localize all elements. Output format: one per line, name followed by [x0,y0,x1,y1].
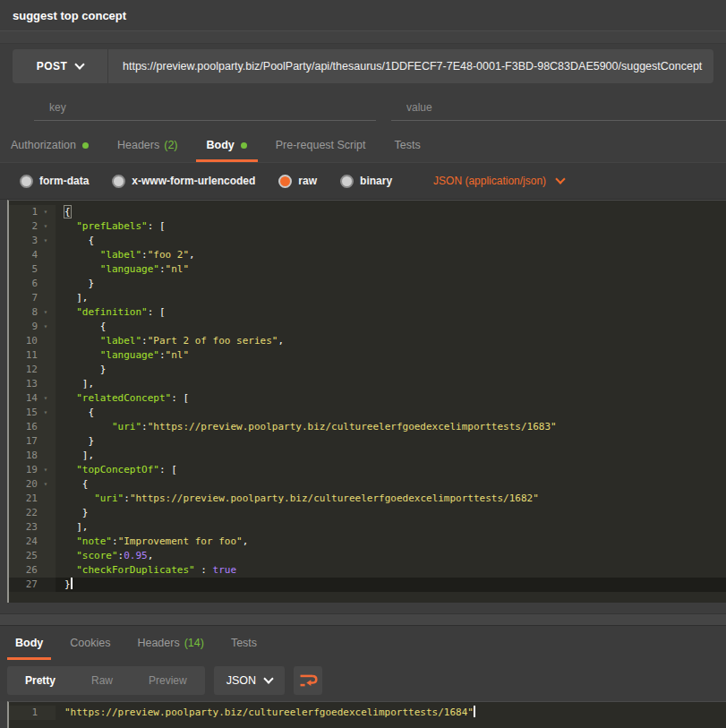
param-key-input[interactable] [34,96,376,121]
fold-toggle-icon[interactable]: ▾ [38,391,54,406]
body-mode-x-www-form-urlencoded[interactable]: x-www-form-urlencoded [112,175,255,188]
code-text[interactable]: "uri":"https://preview.poolparty.biz/cul… [56,420,726,434]
view-mode-raw-button[interactable]: Raw [73,666,131,695]
code-line[interactable]: 6 } [9,277,726,291]
code-line[interactable]: 12 } [9,363,726,377]
radio-icon[interactable] [20,175,33,188]
tab-headers[interactable]: Headers(2) [117,128,178,162]
code-line[interactable]: 9▾ { [9,320,726,334]
code-line[interactable]: 23 ], [9,520,726,535]
code-text[interactable]: "prefLabels": [ [56,219,726,234]
fold-toggle-icon[interactable]: ▾ [38,406,54,420]
fold-spacer [38,434,54,449]
code-line[interactable]: 16 "uri":"https://preview.poolparty.biz/… [9,420,726,434]
code-text[interactable]: "language":"nl" [56,348,726,363]
code-line[interactable]: 22 } [9,506,726,520]
view-mode-pretty-button[interactable]: Pretty [7,666,73,695]
code-line[interactable]: 13 ], [9,377,726,391]
view-mode-preview-button[interactable]: Preview [131,666,205,695]
code-text[interactable]: ], [56,377,726,391]
code-text[interactable]: } [56,506,726,520]
code-text[interactable]: } [56,277,726,291]
code-text[interactable]: ], [56,449,726,463]
code-text[interactable]: "relatedConcept": [ [56,391,726,406]
code-text[interactable]: "definition": [ [56,305,726,320]
fold-toggle-icon[interactable]: ▾ [38,205,54,219]
code-text[interactable]: { [56,205,726,219]
radio-icon[interactable] [340,175,354,188]
method-selector[interactable]: POST [13,49,108,83]
resize-handle[interactable] [0,613,726,626]
code-line[interactable]: 4 "label":"foo 2", [9,248,726,262]
code-line[interactable]: 17 } [9,434,726,449]
body-mode-form-data[interactable]: form-data [20,175,89,188]
code-text[interactable]: "score":0.95, [56,549,726,563]
fold-toggle-icon[interactable]: ▾ [38,234,54,248]
response-tab-cookies[interactable]: Cookies [70,626,110,660]
code-line[interactable]: 18 ], [9,449,726,463]
code-line[interactable]: 24 "note":"Improvement for foo", [9,535,726,549]
code-text[interactable]: "topConceptOf": [ [56,463,726,477]
code-text[interactable]: "https://preview.poolparty.biz/cultureel… [56,706,726,720]
code-line[interactable]: 20▾ { [9,477,726,492]
radio-selected-icon[interactable] [278,175,292,188]
code-line[interactable]: 25 "score":0.95, [9,549,726,563]
tab-tests[interactable]: Tests [394,128,420,162]
response-body-editor[interactable]: 1"https://preview.poolparty.biz/culturee… [7,701,726,728]
code-text[interactable]: { [56,477,726,492]
tab-body[interactable]: Body [207,128,247,162]
code-line[interactable]: 3▾ { [9,234,726,248]
code-text[interactable]: { [56,406,726,420]
code-line[interactable]: 14▾ "relatedConcept": [ [9,391,726,406]
fold-toggle-icon[interactable]: ▾ [38,320,54,334]
code-line[interactable]: 7 ], [9,291,726,305]
code-line[interactable]: 8▾ "definition": [ [9,305,726,320]
code-text[interactable]: "uri":"https://preview.poolparty.biz/cul… [56,492,726,506]
code-text[interactable]: } [56,434,726,449]
code-line[interactable]: 21 "uri":"https://preview.poolparty.biz/… [9,492,726,506]
code-text[interactable]: "label":"foo 2", [56,248,726,262]
wrap-text-button[interactable] [294,666,322,695]
fold-toggle-icon[interactable]: ▾ [38,305,54,320]
response-tab-tests[interactable]: Tests [231,626,257,660]
section-divider [0,603,726,626]
code-line[interactable]: 19▾ "topConceptOf": [ [9,463,726,477]
request-body-editor[interactable]: 1▾{2▾ "prefLabels": [3▾ {4 "label":"foo … [7,200,726,603]
code-line[interactable]: 5 "language":"nl" [9,262,726,277]
url-input[interactable] [108,49,713,83]
code-text[interactable]: } [56,363,726,377]
code-text[interactable]: { [56,234,726,248]
radio-icon[interactable] [112,175,125,188]
code-line[interactable]: 1▾{ [9,205,726,219]
code-text[interactable]: ], [56,520,726,535]
response-tab-headers[interactable]: Headers(14) [137,626,203,660]
param-value-input[interactable] [391,96,726,121]
fold-toggle-icon[interactable]: ▾ [38,477,54,492]
code-line[interactable]: 10 "label":"Part 2 of foo series", [9,334,726,348]
code-text[interactable]: { [56,320,726,334]
code-token: : [ [171,392,189,404]
fold-toggle-icon[interactable]: ▾ [38,463,54,477]
code-line[interactable]: 27} [9,578,726,592]
code-token [64,535,76,547]
code-line[interactable]: 1"https://preview.poolparty.biz/culturee… [9,706,726,720]
code-text[interactable]: "note":"Improvement for foo", [56,535,726,549]
code-line[interactable]: 26 "checkForDuplicates" : true [9,563,726,578]
code-text[interactable]: ], [56,291,726,305]
code-text[interactable]: "language":"nl" [56,262,726,277]
tab-pre-request-script[interactable]: Pre-request Script [276,128,366,162]
content-type-dropdown[interactable]: JSON (application/json) [433,175,564,187]
code-text[interactable]: "label":"Part 2 of foo series", [56,334,726,348]
body-mode-binary[interactable]: binary [340,175,392,188]
fold-toggle-icon[interactable]: ▾ [38,219,54,234]
code-line[interactable]: 15▾ { [9,406,726,420]
code-line[interactable]: 2▾ "prefLabels": [ [9,219,726,234]
code-text[interactable]: } [56,578,726,592]
response-format-dropdown[interactable]: JSON [214,666,285,695]
code-text[interactable]: "checkForDuplicates" : true [56,563,726,578]
code-line[interactable]: 11 "language":"nl" [9,348,726,363]
body-mode-raw[interactable]: raw [278,175,317,188]
response-tab-body[interactable]: Body [15,626,43,660]
tab-authorization[interactable]: Authorization [11,128,89,162]
code-token: } [64,364,106,375]
